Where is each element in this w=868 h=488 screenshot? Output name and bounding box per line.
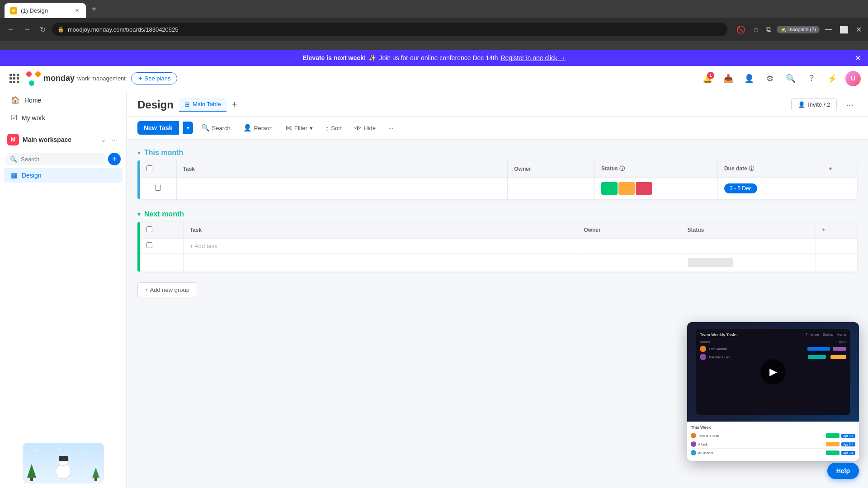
group-toggle-next-month[interactable]: ▾ (137, 211, 141, 218)
video-thumbnail[interactable]: Team Weekly Tasks Timeline Status Home M… (687, 322, 859, 422)
search-toolbar-btn[interactable]: 🔍 Search (197, 121, 235, 135)
sidebar-search-box[interactable]: 🔍 (5, 153, 105, 165)
add-task-cell[interactable]: + Add task (183, 239, 577, 253)
group-title-next-month: Next month (144, 210, 184, 218)
logo[interactable]: monday work management (26, 71, 126, 86)
apps-icon[interactable]: ⚡ (825, 71, 840, 86)
search-icon: 🔍 (10, 156, 17, 163)
filter-label: Filter (294, 125, 307, 131)
video-nav-timeline: Timeline (806, 333, 819, 337)
tab-favicon: m (10, 7, 17, 14)
help-chat-btn[interactable]: Help (827, 463, 859, 479)
active-tab[interactable]: m (1) Design ✕ (5, 3, 86, 18)
add-task-checkbox[interactable] (146, 242, 152, 248)
notifications-btn[interactable]: 🔔 1 (700, 71, 715, 86)
tab-title: (1) Design (21, 7, 48, 14)
sidebar-item-mywork[interactable]: ☑ My work (4, 110, 123, 126)
preview-avatar-3 (691, 450, 696, 455)
tab-close-btn[interactable]: ✕ (73, 7, 80, 14)
table-wrapper-this-month: Task Owner Status ⓘ Due date ⓘ + (137, 160, 857, 199)
owner-cell[interactable] (508, 178, 595, 200)
reload-btn[interactable]: ↻ (37, 23, 48, 36)
summary-task (183, 253, 577, 272)
camera-off-icon[interactable]: 🚫 (735, 23, 747, 36)
col-status-header: Status ⓘ (595, 160, 718, 178)
row-checkbox[interactable] (155, 185, 161, 191)
minimize-btn[interactable]: — (823, 23, 834, 35)
back-btn[interactable]: ← (5, 23, 17, 35)
tab-main-table[interactable]: ⊞ Main Table (179, 98, 226, 112)
col-owner-header-nm: Owner (577, 222, 681, 239)
banner-close-btn[interactable]: ✕ (855, 54, 861, 62)
sidebar-mywork-label: My work (22, 114, 45, 122)
home-icon: 🏠 (11, 96, 20, 104)
address-bar[interactable]: 🔒 moodjoy.monday.com/boards/1830420525 (52, 23, 727, 36)
board-more-btn[interactable]: ··· (842, 98, 857, 112)
integrations-btn[interactable]: ⚙ (762, 71, 778, 86)
filter-icon: ⋈ (285, 124, 292, 132)
workspace-expand-btn[interactable]: ⌄ (99, 135, 108, 144)
sidebar-item-design[interactable]: ▦ Design (4, 168, 123, 183)
see-plans-btn[interactable]: ✦ See plans (131, 72, 177, 84)
maximize-btn[interactable]: ⬜ (838, 23, 850, 36)
col-add-header[interactable]: + (822, 160, 857, 178)
incognito-icon: 🕵 (780, 27, 787, 33)
close-window-btn[interactable]: ✕ (854, 23, 863, 36)
sort-toolbar-btn[interactable]: ↕ Sort (321, 122, 346, 135)
preview-avatar-2 (691, 441, 696, 447)
avatar[interactable]: U (845, 71, 861, 86)
banner-register-link[interactable]: Register in one click → (500, 54, 565, 61)
hide-toolbar-btn[interactable]: 👁 Hide (350, 122, 380, 135)
video-bars-2 (808, 355, 846, 359)
inbox-btn[interactable]: 📥 (721, 71, 736, 86)
mywork-icon: ☑ (11, 113, 17, 122)
new-task-dropdown-btn[interactable]: ▾ (183, 122, 193, 134)
add-new-group-btn[interactable]: + Add new group (137, 282, 197, 297)
sidebar-search-input[interactable] (21, 156, 101, 163)
invite-people-btn[interactable]: 👤 (741, 71, 757, 86)
col-owner-header: Owner (508, 160, 595, 178)
new-tab-btn[interactable]: + (88, 4, 100, 14)
split-view-icon[interactable]: ⧉ (764, 23, 773, 35)
add-task-row[interactable]: + Add task (140, 239, 857, 253)
play-icon: ▶ (769, 366, 777, 378)
banner-title: Elevate is next week! (302, 54, 366, 61)
lock-icon: 🔒 (57, 26, 64, 33)
select-all-checkbox[interactable] (146, 165, 152, 171)
help-btn[interactable]: ? (804, 71, 819, 86)
group-toggle-this-month[interactable]: ▾ (137, 149, 141, 156)
task-cell[interactable] (176, 178, 508, 200)
tab-label: Main Table (193, 101, 221, 108)
more-toolbar-btn[interactable]: ··· (384, 122, 398, 134)
play-btn[interactable]: ▶ (760, 359, 786, 385)
month-march: March (700, 340, 710, 344)
add-tab-btn[interactable]: + (228, 98, 241, 112)
url-text: moodjoy.monday.com/boards/1830420525 (68, 26, 179, 33)
duedate-cell[interactable]: 3 - 5 Dec (717, 178, 822, 200)
col-add-header-nm[interactable]: + (816, 222, 857, 239)
forward-btn[interactable]: → (21, 23, 33, 35)
status-cell[interactable] (595, 178, 718, 200)
star-icon[interactable]: ☆ (751, 23, 761, 36)
board-title-row: Design ⊞ Main Table + 👤 Invite / 2 ··· (137, 98, 857, 112)
workspace-more-btn[interactable]: ··· (110, 135, 119, 144)
task-table-next-month: Task Owner Status + + Add task (140, 222, 857, 272)
sidebar-home-label: Home (24, 97, 41, 104)
person-toolbar-btn[interactable]: 👤 Person (239, 121, 277, 135)
app-grid-btn[interactable] (7, 72, 21, 85)
add-task-owner-cell (577, 239, 681, 253)
video-nav: Timeline Status Home (806, 333, 846, 337)
search-label: Search (212, 125, 231, 131)
invite-btn[interactable]: 👤 Invite / 2 (791, 98, 837, 111)
sidebar-add-btn[interactable]: + (108, 153, 121, 165)
preview-date-2: Apr 3-4 (841, 442, 855, 446)
video-avatar-2 (700, 354, 706, 360)
col-status-header-nm: Status (681, 222, 816, 239)
filter-toolbar-btn[interactable]: ⋈ Filter ▾ (281, 121, 317, 135)
logo-subtext: work management (77, 75, 126, 82)
search-btn[interactable]: 🔍 (783, 71, 798, 86)
sidebar-item-home[interactable]: 🏠 Home (4, 92, 123, 108)
summary-checkbox (140, 253, 183, 272)
select-all-checkbox-nm[interactable] (146, 226, 152, 232)
new-task-btn[interactable]: New Task (137, 121, 179, 135)
